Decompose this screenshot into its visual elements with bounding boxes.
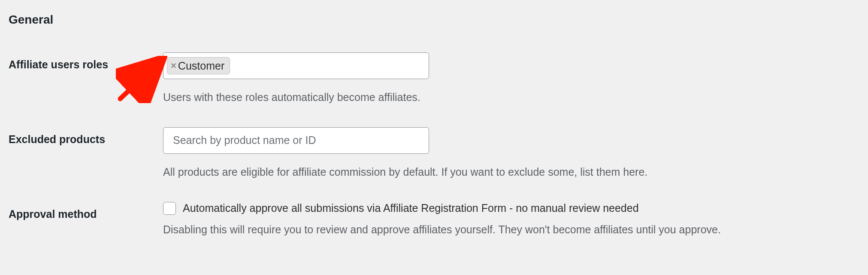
approval-auto-checkbox[interactable] <box>163 202 176 215</box>
affiliate-roles-input[interactable]: × Customer <box>163 52 429 79</box>
remove-tag-icon[interactable]: × <box>171 61 176 70</box>
field-affiliate-users-roles: Affiliate users roles × Customer Users w… <box>9 52 859 105</box>
approval-checkbox-label: Automatically approve all submissions vi… <box>183 202 639 214</box>
field-approval-method: Approval method Automatically approve al… <box>9 202 859 237</box>
role-tag-label: Customer <box>178 59 224 72</box>
excluded-products-help: All products are eligible for affiliate … <box>163 165 859 180</box>
affiliate-roles-label: Affiliate users roles <box>9 52 163 71</box>
approval-method-label: Approval method <box>9 202 163 220</box>
affiliate-roles-help: Users with these roles automatically bec… <box>163 90 859 105</box>
approval-method-help: Disabling this will require you to revie… <box>163 223 859 237</box>
section-title: General <box>9 13 859 27</box>
role-tag-customer[interactable]: × Customer <box>167 57 230 74</box>
field-excluded-products: Excluded products All products are eligi… <box>9 127 859 180</box>
excluded-products-label: Excluded products <box>9 127 163 146</box>
excluded-products-input[interactable] <box>163 127 429 154</box>
